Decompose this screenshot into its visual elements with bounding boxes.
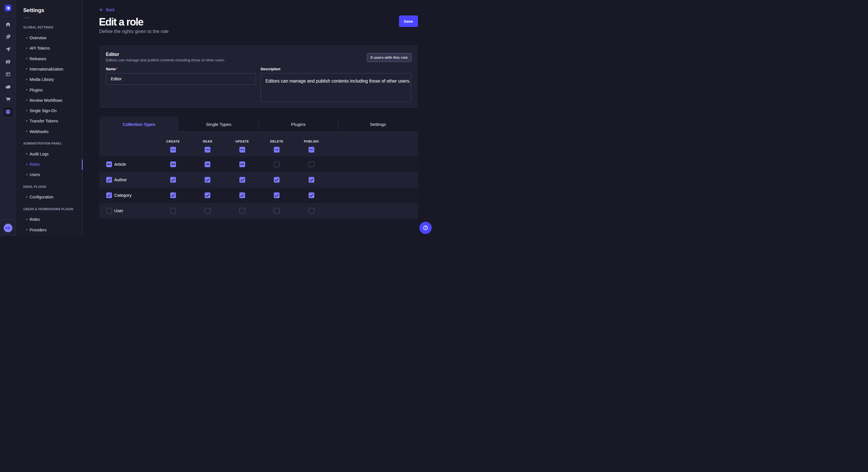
svg-text:?: ? [425,226,426,229]
